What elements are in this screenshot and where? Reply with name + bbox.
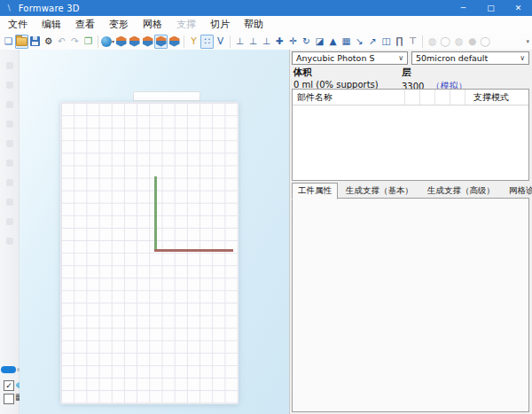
save-button[interactable] (28, 35, 42, 49)
col-flag-4[interactable] (450, 90, 466, 105)
duplicate-button[interactable]: ❐ (82, 35, 95, 49)
lay-flat-button[interactable]: ⊥ (246, 35, 260, 49)
brush-tool-1-button[interactable]: ◍ (426, 35, 439, 49)
col-part-name[interactable]: 部件名称 (293, 90, 405, 105)
menu-item-support[interactable]: 支撑 (176, 18, 196, 31)
center-on-plate-button[interactable]: ⊥ (260, 35, 273, 49)
rotate-tool-button[interactable]: ↻ (300, 35, 313, 49)
array-tool-button[interactable]: ▦ (340, 35, 353, 49)
menu-item-slice[interactable]: 切片 (210, 18, 230, 31)
app-icon: ∖ (6, 4, 12, 12)
open-file-button[interactable] (15, 35, 28, 49)
menu-item-file[interactable]: 文件 (8, 18, 27, 31)
chevron-down-icon: ∨ (398, 54, 403, 62)
tab-part-properties[interactable]: 工件属性 (292, 183, 338, 199)
col-flag-2[interactable] (420, 90, 435, 105)
axis-x-red (154, 249, 233, 252)
disabled-tool-slot (6, 179, 13, 186)
close-button[interactable]: ✕ (505, 0, 532, 16)
disabled-tool-slot (6, 199, 13, 206)
orient-tool-button[interactable]: ↗ (366, 35, 379, 49)
parts-table-header: 部件名称 (293, 90, 528, 105)
formware-3d-window: ∖ Formware 3D ─ □ ✕ 文件 编辑 查看 变形 (0, 0, 532, 414)
window-title: Formware 3D (19, 4, 80, 13)
menubar: 文件 编辑 查看 变形 网格 支撑 切片 (0, 16, 532, 33)
brush-tool-2-button[interactable]: ◯ (439, 35, 452, 49)
profile-select[interactable]: 50micron default ∨ (411, 51, 529, 65)
layers-label: 层 (402, 66, 466, 79)
support-points-button[interactable]: ∷ (200, 35, 214, 49)
arrange-tool-button[interactable]: ◫ (379, 35, 393, 49)
bridge-tool-button[interactable]: ∏ (393, 35, 406, 49)
scale-tool-button[interactable]: ◪ (313, 35, 326, 49)
tap-tool-button[interactable]: ⊤ (406, 35, 419, 49)
view-sphere-button[interactable] (101, 35, 114, 49)
clip-plane-slider[interactable] (1, 366, 16, 373)
maximize-button[interactable]: □ (477, 0, 505, 16)
build-plate-grid[interactable] (60, 102, 239, 404)
support-branch-button[interactable]: V (214, 35, 227, 49)
disabled-tool-slot (6, 160, 13, 167)
disabled-tool-slot (6, 140, 13, 147)
toolbar-separator (95, 35, 101, 49)
volume-label: 体积 (293, 66, 402, 79)
brush-tool-4-button[interactable]: ● (466, 35, 479, 49)
tab-strip: 工件属性 生成支撑（基本） 生成支撑（高级） 网格诊断 (292, 184, 529, 199)
disabled-tool-slot (6, 238, 13, 245)
menu-item-edit[interactable]: 编辑 (42, 18, 61, 31)
support-tree-button[interactable]: Y (187, 35, 200, 49)
left-tool-rail (0, 50, 20, 414)
redo-button[interactable]: ↷ (68, 35, 82, 49)
settings-button[interactable]: ⚙ (42, 35, 55, 49)
col-flag-1[interactable] (405, 90, 420, 105)
show-grid-checkbox[interactable] (4, 394, 14, 404)
chevron-down-icon: ∨ (520, 54, 525, 62)
brush-tool-5-button[interactable]: ◯ (479, 35, 492, 49)
move-tool-button[interactable]: ✚ (273, 35, 286, 49)
viewport-3d[interactable] (20, 50, 289, 414)
new-file-button[interactable]: ❏ (2, 35, 15, 49)
toolbar-overflow-button[interactable]: ▾ (526, 38, 529, 45)
undo-button[interactable]: ↶ (55, 35, 68, 49)
view-cube-front-button[interactable] (114, 35, 128, 49)
view-cube-iso-button[interactable] (168, 35, 181, 49)
parts-table: 部件名称 (292, 89, 529, 181)
printer-profile-row: Anycubic Photon S ∨ 50micron default ∨ (292, 51, 529, 65)
toolbar-separator (419, 35, 426, 49)
tab-content-panel (292, 198, 529, 412)
menu-item-view[interactable]: 查看 (75, 18, 95, 31)
view-cube-back-button[interactable] (128, 35, 141, 49)
printer-select[interactable]: Anycubic Photon S ∨ (292, 51, 408, 65)
axis-y-green (154, 176, 157, 251)
mirror-tool-button[interactable]: ▲ (326, 35, 340, 49)
disabled-tool-slot (6, 121, 13, 128)
view-cube-right-button[interactable] (154, 35, 168, 49)
window-controls: ─ □ ✕ (450, 0, 532, 16)
drop-to-plate-button[interactable]: ⊥ (233, 35, 246, 49)
printer-name-label (133, 91, 200, 101)
show-platform-checkbox[interactable]: ✓ (4, 380, 14, 391)
view-cube-left-button[interactable] (141, 35, 154, 49)
menu-item-help[interactable]: 帮助 (244, 18, 263, 31)
minimize-button[interactable]: ─ (450, 0, 477, 16)
col-flag-3[interactable] (435, 90, 450, 105)
toolbar: ❏ ⚙ ↶ ↷ ❐ (0, 33, 532, 51)
disabled-tool-slot (6, 62, 13, 69)
brush-tool-3-button[interactable]: ◍ (452, 35, 466, 49)
right-panel: Anycubic Photon S ∨ 50micron default ∨ 体… (289, 50, 532, 414)
titlebar: ∖ Formware 3D ─ □ ✕ (0, 0, 532, 16)
toolbar-separator (227, 35, 233, 49)
toolbar-separator (181, 35, 187, 49)
menu-item-mesh[interactable]: 网格 (143, 18, 162, 31)
menu-item-transform[interactable]: 变形 (109, 18, 129, 31)
translate-tool-button[interactable]: ✛ (286, 35, 300, 49)
measure-tool-button[interactable]: ↘ (353, 35, 366, 49)
disabled-tool-slot (6, 101, 13, 108)
disabled-tool-slot (6, 218, 13, 225)
disabled-tool-slot (6, 82, 13, 89)
col-support-mode[interactable]: 支撑模式 (466, 90, 528, 105)
